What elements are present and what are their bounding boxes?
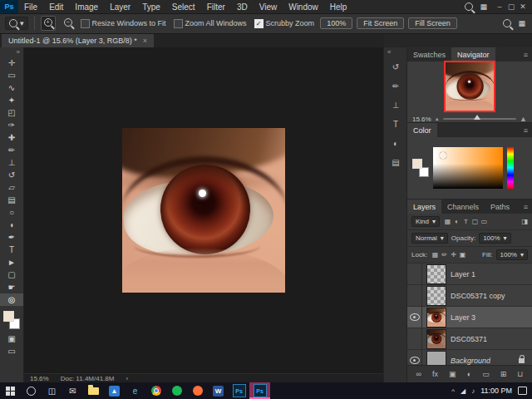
taskbar-mail[interactable]: ✉ (62, 382, 83, 399)
taskbar-chrome[interactable] (145, 382, 166, 399)
taskbar-photoshop-active[interactable]: Ps (249, 382, 270, 399)
checkbox-zoom-all-windows[interactable]: Zoom All Windows (174, 19, 247, 28)
hidden-icons-icon[interactable]: ^ (451, 387, 455, 395)
100-button[interactable]: 100% (320, 17, 352, 29)
layer-filter-dropdown[interactable]: Kind ▾ (411, 216, 440, 227)
visibility-toggle[interactable] (407, 264, 422, 284)
delete-layer-icon[interactable]: ⊔ (517, 370, 523, 378)
dodge-tool[interactable]: ◖ (0, 219, 23, 231)
layer-thumbnail[interactable] (426, 286, 446, 306)
navigator-zoom-value[interactable]: 15.6% (412, 116, 431, 123)
taskbar-firefox[interactable] (187, 382, 208, 399)
taskbar-task-view[interactable]: ◫ (42, 382, 62, 399)
taskbar-start[interactable] (0, 382, 21, 399)
saturation-brightness-picker[interactable] (433, 147, 503, 189)
taskbar-photoshop[interactable]: Ps (229, 382, 249, 399)
blur-tool[interactable]: ○ (0, 206, 23, 219)
panel-menu-icon[interactable]: ≡ (524, 123, 532, 137)
zoom-in-large-icon[interactable]: ▲ (520, 115, 527, 123)
layer-row-background[interactable]: Background (407, 350, 532, 365)
layer-row-layer-1[interactable]: Layer 1 (407, 264, 532, 285)
taskbar-spotify[interactable] (166, 382, 187, 399)
checkbox-resize-windows-to-fit[interactable]: Resize Windows to Fit (81, 19, 166, 28)
character-icon[interactable]: T (387, 116, 405, 133)
fill-screen-button[interactable]: Fill Screen (408, 17, 457, 29)
restore-button[interactable]: ▢ (505, 2, 517, 11)
menu-window[interactable]: Window (283, 0, 324, 13)
opacity-dropdown[interactable]: 100% ▾ (479, 233, 510, 244)
clone-stamp-tool[interactable]: ⊥ (0, 156, 23, 169)
spot-healing-brush-tool[interactable]: ✚ (0, 131, 23, 144)
rectangle-tool[interactable]: ▢ (0, 268, 23, 281)
history-brush-tool[interactable]: ↺ (0, 169, 23, 181)
type-tool[interactable]: T (0, 244, 23, 256)
adjustments-icon[interactable]: ◐ (387, 135, 405, 152)
zoom-slider-thumb[interactable] (474, 115, 480, 120)
layer-row-dsc05371[interactable]: DSC05371 (407, 328, 532, 350)
gradient-tool[interactable]: ▤ (0, 194, 23, 206)
hand-tool[interactable]: ☛ (0, 281, 23, 293)
eyedropper-tool[interactable]: ✑ (0, 119, 23, 131)
document-tab[interactable]: Untitled-1 @ 15.6% (Layer 3, RGB/8) * × (2, 34, 154, 47)
canvas-artwork[interactable] (122, 128, 285, 293)
fit-screen-button[interactable]: Fit Screen (357, 17, 404, 29)
tab-paths[interactable]: Paths (485, 200, 515, 214)
history-icon[interactable]: ↺ (387, 58, 405, 76)
menu-filter[interactable]: Filter (201, 0, 231, 13)
foreground-color-swatch[interactable] (3, 311, 14, 322)
menu-layer[interactable]: Layer (104, 0, 136, 13)
layer-thumbnail[interactable] (426, 308, 446, 328)
menu-view[interactable]: View (254, 0, 283, 13)
menu-image[interactable]: Image (69, 0, 104, 13)
status-doc-size[interactable]: Doc: 11.4M/41.8M (61, 375, 115, 382)
screen-mode-button[interactable]: ▭ (0, 345, 23, 357)
layer-row-dsc05371-copy[interactable]: DSC05371 copy (407, 285, 532, 307)
layer-mask-icon[interactable]: ▣ (449, 370, 456, 378)
status-zoom-level[interactable]: 15.6% (30, 375, 49, 382)
foreground-color-swatch[interactable] (412, 159, 422, 169)
menu-file[interactable]: File (18, 0, 43, 13)
lock-transparent-pixels-icon[interactable]: ▦ (431, 251, 440, 259)
tab-layers[interactable]: Layers (407, 200, 441, 214)
hue-strip[interactable] (507, 147, 514, 189)
brush-settings-icon[interactable]: ✏ (387, 77, 405, 95)
visibility-toggle[interactable] (407, 328, 422, 349)
close-button[interactable]: ✕ (517, 2, 529, 11)
eraser-tool[interactable]: ▱ (0, 181, 23, 194)
panel-menu-icon[interactable]: ≡ (524, 47, 532, 62)
taskbar-search[interactable] (21, 382, 42, 399)
search-icon[interactable] (465, 2, 473, 11)
pen-tool[interactable]: ✒ (0, 231, 23, 244)
brush-tool[interactable]: ✏ (0, 144, 23, 156)
lock-artboard-icon[interactable]: ▣ (458, 251, 467, 259)
layer-thumbnail[interactable] (426, 329, 446, 349)
layer-thumbnail[interactable] (426, 351, 446, 366)
tab-channels[interactable]: Channels (441, 200, 485, 214)
crop-tool[interactable]: ◰ (0, 106, 23, 119)
smart-object-filter-icon[interactable]: ▭ (480, 218, 489, 225)
rectangular-marquee-tool[interactable]: ▭ (0, 69, 23, 81)
notification-center-icon[interactable] (518, 387, 527, 395)
tab-color[interactable]: Color (407, 123, 437, 137)
close-icon[interactable]: × (143, 37, 147, 45)
network-icon[interactable]: ◢ (461, 387, 466, 395)
menu-3d[interactable]: 3D (231, 0, 254, 13)
menu-type[interactable]: Type (136, 0, 166, 13)
workspace-icon[interactable]: ▦ (518, 19, 525, 27)
menu-help[interactable]: Help (324, 0, 353, 13)
minimize-button[interactable]: – (494, 2, 505, 11)
layer-group-icon[interactable]: ▭ (482, 370, 490, 378)
tab-navigator[interactable]: Navigator (451, 47, 495, 62)
menu-select[interactable]: Select (166, 0, 201, 13)
lasso-tool[interactable]: ∿ (0, 81, 23, 94)
layer-row-layer-3[interactable]: Layer 3 (407, 307, 532, 328)
expand-panel-icon[interactable]: » (17, 47, 23, 57)
current-tool-preview[interactable]: ▾ (5, 17, 28, 30)
visibility-toggle[interactable] (407, 285, 422, 306)
zoom-out-button[interactable]: − (62, 17, 75, 30)
layer-effects-icon[interactable]: fx (432, 370, 438, 378)
visibility-toggle[interactable] (407, 307, 422, 328)
path-selection-tool[interactable]: ► (0, 256, 23, 268)
adjustment-layer-filter-icon[interactable]: ◐ (452, 218, 461, 225)
lock-image-pixels-icon[interactable]: ✏ (440, 251, 449, 259)
